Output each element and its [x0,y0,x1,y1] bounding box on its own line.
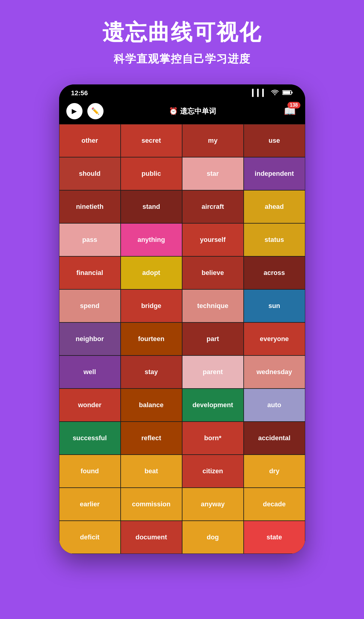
word-label: state [265,532,283,542]
word-cell[interactable]: deficit [59,521,120,553]
word-cell[interactable]: beat [121,455,182,487]
word-cell[interactable]: well [59,356,120,388]
wifi-icon [271,89,279,97]
word-cell[interactable]: part [182,323,243,355]
word-label: stay [143,367,159,377]
word-row-5: spendbridgetechniquesun [59,289,305,322]
word-label: adopt [141,268,161,278]
word-label: earlier [79,499,101,509]
word-cell[interactable]: believe [182,257,243,289]
word-cell[interactable]: dry [244,455,305,487]
word-label: independent [254,169,295,179]
edit-icon: ✏️ [91,107,99,115]
word-label: sun [267,301,281,311]
word-label: fourteen [137,334,166,344]
word-cell[interactable]: anything [121,224,182,256]
word-cell[interactable]: earlier [59,488,120,520]
word-cell[interactable]: accidental [244,422,305,454]
word-cell[interactable]: auto [244,389,305,421]
word-label: stand [141,202,161,212]
word-label: public [140,169,162,179]
word-label: citizen [201,466,224,476]
word-cell[interactable]: document [121,521,182,553]
word-cell[interactable]: financial [59,257,120,289]
word-label: should [78,169,102,179]
word-row-8: wonderbalancedevelopmentauto [59,389,305,422]
word-cell[interactable]: status [244,224,305,256]
word-cell[interactable]: anyway [182,488,243,520]
word-row-3: passanythingyourselfstatus [59,223,305,256]
page-subtitle: 科学直观掌控自己学习进度 [114,52,251,66]
word-cell[interactable]: bridge [121,290,182,322]
word-label: bridge [140,301,162,311]
word-label: spend [79,301,101,311]
word-cell[interactable]: reflect [121,422,182,454]
word-cell[interactable]: sun [244,290,305,322]
word-cell[interactable]: fourteen [121,323,182,355]
word-cell[interactable]: dog [182,521,243,553]
word-cell[interactable]: independent [244,157,305,190]
word-cell[interactable]: public [121,157,182,190]
word-cell[interactable]: stay [121,356,182,388]
word-cell[interactable]: technique [182,290,243,322]
word-label: anything [136,235,166,245]
word-label: part [205,334,220,344]
word-row-11: earliercommissionanywaydecade [59,488,305,521]
play-button[interactable]: ▶ [66,103,83,119]
word-cell[interactable]: decade [244,488,305,520]
phone-frame: 12:56 ▎▎▎ ▶ [59,84,305,554]
word-cell[interactable]: wednesday [244,356,305,388]
word-cell[interactable]: commission [121,488,182,520]
word-label: my [207,136,219,146]
word-cell[interactable]: ahead [244,191,305,223]
svg-rect-3 [291,92,293,93]
word-cell[interactable]: state [244,521,305,553]
word-cell[interactable]: should [59,157,120,190]
badge-count: 138 [287,102,300,108]
word-cell[interactable]: other [59,124,120,157]
word-label: auto [266,400,282,410]
word-label: star [206,169,220,179]
word-label: beat [143,466,159,476]
word-cell[interactable]: secret [121,124,182,157]
book-badge[interactable]: 📖 138 [282,103,298,119]
word-cell[interactable]: found [59,455,120,487]
word-cell[interactable]: everyone [244,323,305,355]
word-label: reflect [140,433,162,443]
word-cell[interactable]: my [182,124,243,157]
word-cell[interactable]: wonder [59,389,120,421]
word-cell[interactable]: adopt [121,257,182,289]
word-cell[interactable]: balance [121,389,182,421]
word-cell[interactable]: development [182,389,243,421]
word-cell[interactable]: aircraft [182,191,243,223]
word-cell[interactable]: parent [182,356,243,388]
word-label: well [82,367,97,377]
word-row-2: ninetiethstandaircraftahead [59,190,305,223]
app-title: ⏰ 遗忘中单词 [108,106,277,116]
word-row-7: wellstayparentwednesday [59,355,305,389]
word-label: ahead [263,202,285,212]
word-row-0: othersecretmyuse [59,124,305,157]
word-cell[interactable]: pass [59,224,120,256]
word-cell[interactable]: ninetieth [59,191,120,223]
word-cell[interactable]: yourself [182,224,243,256]
word-label: neighbor [74,334,105,344]
svg-rect-2 [283,91,290,94]
word-cell[interactable]: citizen [182,455,243,487]
word-cell[interactable]: born* [182,422,243,454]
status-time: 12:56 [71,89,88,97]
word-label: across [263,268,286,278]
word-cell[interactable]: across [244,257,305,289]
word-cell[interactable]: spend [59,290,120,322]
word-cell[interactable]: stand [121,191,182,223]
word-cell[interactable]: neighbor [59,323,120,355]
word-cell[interactable]: star [182,157,243,190]
word-label: technique [196,301,230,311]
word-label: born* [203,433,222,443]
word-label: parent [201,367,224,377]
word-cell[interactable]: successful [59,422,120,454]
word-cell[interactable]: use [244,124,305,157]
edit-button[interactable]: ✏️ [87,103,104,119]
signal-icon: ▎▎▎ [252,89,267,97]
svg-point-0 [274,94,275,95]
